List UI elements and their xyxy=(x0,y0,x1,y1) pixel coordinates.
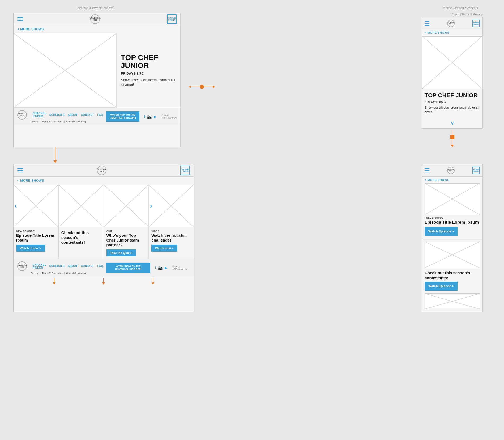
svg-line-11 xyxy=(149,185,194,227)
more-shows-link[interactable]: < MORE SHOWS xyxy=(14,25,180,33)
show-title: TOP CHEF JUNIOR xyxy=(121,54,176,70)
mobile-ep1-cta[interactable]: Watch Episode > xyxy=(425,227,458,236)
chevron-down[interactable]: ∨ xyxy=(422,118,482,128)
desktop-logo[interactable]: UNIVERSAL KIDS xyxy=(90,14,100,24)
top-desktop-annotation: desktop wireframe concept xyxy=(13,5,179,12)
svg-line-8 xyxy=(104,185,149,227)
mobile-show-title: TOP CHEF JUNIOR xyxy=(425,92,480,99)
carousel-right-arrow[interactable]: › xyxy=(150,202,152,209)
svg-line-2 xyxy=(422,36,482,89)
card-2: Check out this season's contestants! xyxy=(59,227,104,259)
card-1-tag: NEW EPISODE xyxy=(16,230,56,232)
footer-nav-schedule[interactable]: SCHEDULE xyxy=(49,113,65,116)
top-mobile-annotation: mobile wireframe concept xyxy=(430,5,491,12)
bottom-facebook-icon[interactable]: f xyxy=(155,266,156,270)
mobile-connector-dot xyxy=(450,135,454,139)
bottom-mobile-hamburger[interactable] xyxy=(425,168,429,172)
bottom-footer-nav: CHANNEL FINDER SCHEDULE ABOUT CONTACT FA… xyxy=(29,263,106,269)
bottom-footer-social: f 📷 ▶ xyxy=(152,266,170,270)
card-1-cta[interactable]: Watch it now > xyxy=(16,245,45,252)
svg-line-9 xyxy=(104,185,149,227)
bottom-footer-links: Privacy | Terms & Conditions | Closed Ca… xyxy=(17,272,106,274)
bottom-channel-finder-icon[interactable]: CHANNEL FINDER xyxy=(180,166,190,175)
bottom-desktop-wireframe: UNIVERSAL KIDS CHANNEL FINDER < MORE SHO… xyxy=(13,164,194,312)
cards-area: Don't click me :) ‹ xyxy=(14,185,194,259)
carousel-images: ‹ xyxy=(14,185,194,227)
bottom-footer-contact[interactable]: CONTACT xyxy=(81,265,94,268)
bottom-closed-captioning-link[interactable]: Closed Captioning xyxy=(66,272,86,274)
bottom-mobile-area: UNIVERSAL KIDS CHANNEL FINDER < MORE SHO… xyxy=(422,164,483,312)
closed-captioning-link[interactable]: Closed Captioning xyxy=(66,120,86,123)
mobile-more-shows[interactable]: < MORE SHOWS xyxy=(422,29,482,36)
bottom-terms-link[interactable]: Terms & Conditions xyxy=(42,272,63,274)
mobile-logo[interactable]: UNIVERSAL KIDS xyxy=(447,20,455,27)
ind-arrow-2 xyxy=(102,282,105,285)
card-4-title: Watch the hot chili challenge! xyxy=(151,233,191,243)
mobile-ep1-title: Episode Title Lorem Ipsum xyxy=(422,220,482,225)
privacy-link[interactable]: Privacy xyxy=(31,120,39,123)
footer-links: Privacy | Terms & Conditions | Closed Ca… xyxy=(17,120,106,123)
bottom-footer-faq[interactable]: FAQ xyxy=(97,265,103,268)
mobile-episode-2-img xyxy=(425,242,480,268)
mobile-channel-finder[interactable]: CHANNEL FINDER xyxy=(472,20,480,27)
show-description: Show description lorem ipsum dolor sit a… xyxy=(121,78,176,87)
mobile-down-arrow-area xyxy=(422,130,483,147)
bottom-footer-channel-finder[interactable]: CHANNEL FINDER xyxy=(33,263,46,269)
mobile-divider xyxy=(422,239,482,239)
bottom-footer-copyright: © 2017 NBCUniversal xyxy=(172,265,190,270)
hero-section: TOP CHEF JUNIOR FRIDAYS 8/7C Show descri… xyxy=(14,33,180,108)
ind-arrow-1 xyxy=(53,282,55,285)
top-right-annotation: About | Terms & Privacy xyxy=(422,13,483,16)
svg-line-3 xyxy=(422,36,482,89)
bottom-privacy-link[interactable]: Privacy xyxy=(31,272,39,274)
hamburger-icon[interactable] xyxy=(17,17,23,21)
ind-line-2 xyxy=(103,278,104,282)
connector-v-line2 xyxy=(55,153,55,160)
top-desktop-navbar: UNIVERSAL KIDS CHANNEL FINDER xyxy=(14,13,180,25)
show-schedule: FRIDAYS 8/7C xyxy=(121,71,176,75)
bottom-indicators xyxy=(14,277,194,286)
footer-nav-contact[interactable]: CONTACT xyxy=(81,113,94,116)
top-desktop-footer: UNIVERSAL KIDS CHANNEL FINDER SCHEDULE A… xyxy=(14,108,180,125)
youtube-icon[interactable]: ▶ xyxy=(154,115,157,119)
footer-nav-faq[interactable]: FAQ xyxy=(97,113,103,116)
bottom-mobile-logo[interactable]: UNIVERSAL KIDS xyxy=(447,167,455,174)
instagram-icon[interactable]: 📷 xyxy=(147,115,152,119)
ind-line-3 xyxy=(153,278,153,282)
mobile-connector-line2 xyxy=(452,139,452,145)
bottom-instagram-icon[interactable]: 📷 xyxy=(158,266,163,270)
carousel-left-arrow[interactable]: ‹ xyxy=(14,202,18,209)
footer-copyright: © 2017 NBCUniversal xyxy=(161,114,177,119)
card-4-cta[interactable]: Watch now > xyxy=(151,245,177,252)
card-image-3: › xyxy=(104,185,149,227)
mobile-more-img xyxy=(425,293,480,309)
arrow-left-connector xyxy=(189,86,191,88)
bottom-more-shows[interactable]: < MORE SHOWS xyxy=(14,177,194,185)
card-image-2 xyxy=(59,185,104,227)
desktop-connector xyxy=(13,147,97,163)
facebook-icon[interactable]: f xyxy=(144,115,145,119)
mobile-ep1-tag: FULL EPISODE xyxy=(422,217,482,219)
bottom-hamburger-icon[interactable] xyxy=(17,168,23,172)
mobile-hamburger-icon[interactable] xyxy=(425,21,429,26)
ind-line-1 xyxy=(54,278,54,282)
bottom-mobile-channel-finder[interactable]: CHANNEL FINDER xyxy=(472,167,480,174)
footer-nav-channel-finder[interactable]: CHANNEL FINDER xyxy=(33,112,46,118)
channel-finder-icon[interactable]: CHANNEL FINDER xyxy=(167,14,177,24)
bottom-footer-schedule[interactable]: SCHEDULE xyxy=(49,265,65,268)
top-mobile-wireframe: UNIVERSAL KIDS CHANNEL FINDER < MORE SHO… xyxy=(422,17,483,129)
card-3-cta[interactable]: Take the Quiz > xyxy=(106,249,136,256)
terms-link[interactable]: Terms & Conditions xyxy=(42,120,63,123)
bottom-footer-cta[interactable]: WATCH NOW ON THE UNIVERSAL KIDS APP! xyxy=(106,263,150,273)
bottom-mobile-more-shows[interactable]: < MORE SHOWS xyxy=(422,177,482,183)
footer-cta-button[interactable]: WATCH NOW ON THE UNIVERSAL KIDS APP! xyxy=(106,111,139,122)
bottom-desktop-logo[interactable]: UNIVERSAL KIDS xyxy=(97,166,106,175)
bottom-youtube-icon[interactable]: ▶ xyxy=(165,266,168,270)
mobile-ep2-cta[interactable]: Watch Episode > xyxy=(425,282,458,291)
hero-image-placeholder xyxy=(14,33,116,107)
bottom-footer-about[interactable]: ABOUT xyxy=(68,265,78,268)
connector-down-arrow xyxy=(54,160,57,163)
bottom-desktop-footer: UNIVERSAL KIDS CHANNEL FINDER SCHEDULE A… xyxy=(14,259,194,277)
footer-nav-about[interactable]: ABOUT xyxy=(68,113,78,116)
card-1-title: Episode Title Lorem Ipsum xyxy=(16,233,56,243)
